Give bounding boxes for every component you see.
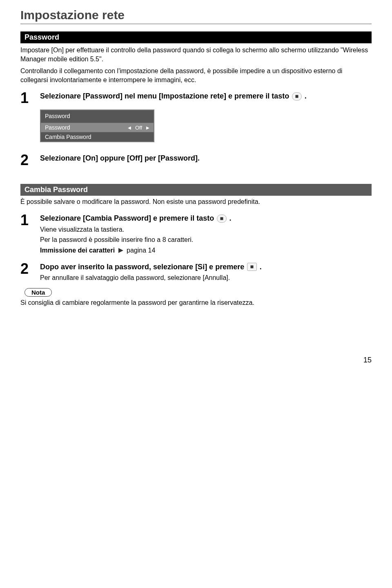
page-title: Impostazione rete [20, 8, 372, 24]
osd-row-cambia: Cambia Password [41, 132, 154, 141]
section-password-intro1: Impostare [On] per effettuare il control… [20, 46, 372, 63]
step-number: 1 [20, 213, 40, 228]
enter-button-icon [247, 263, 257, 271]
nota-badge: Nota [24, 288, 52, 297]
enter-button-icon [217, 215, 227, 223]
section-password-intro2: Controllando il collegamento con l'impos… [20, 67, 372, 84]
section2-step2: 2 Dopo aver inserito la password, selezi… [20, 262, 372, 282]
osd-row-password-label: Password [45, 124, 70, 131]
s2-step2-text: Dopo aver inserito la password, selezion… [40, 263, 246, 271]
s2-step1-sub1: Viene visualizzata la tastiera. [40, 225, 372, 234]
section1-step2: 2 Selezionare [On] oppure [Off] per [Pas… [20, 154, 372, 168]
osd-row-cambia-label: Cambia Password [45, 134, 91, 140]
section1-step1: 1 Selezionare [Password] nel menu [Impos… [20, 92, 372, 105]
osd-row-password-value: ◀ Off ▶ [128, 125, 149, 131]
osd-row-password: Password ◀ Off ▶ [41, 123, 154, 132]
step2-text: Selezionare [On] oppure [Off] per [Passw… [40, 154, 200, 162]
s2-step1-suffix: . [229, 214, 232, 222]
nota-text: Si consiglia di cambiare regolarmente la… [20, 298, 372, 307]
section2-step1: 1 Selezionare [Cambia Password] e premer… [20, 214, 372, 255]
left-arrow-icon: ◀ [128, 125, 131, 130]
s2-step2-suffix: . [260, 263, 262, 271]
step1-suffix: . [305, 92, 307, 100]
section-password-header: Password [20, 31, 372, 43]
s2-step1-sub3a: Immissione dei caratteri [40, 247, 115, 254]
right-arrow-icon: ▶ [146, 125, 149, 130]
section-cambia-header: Cambia Password [20, 184, 372, 196]
step1-text: Selezionare [Password] nel menu [Imposta… [40, 92, 291, 100]
s2-step1-sub3: Immissione dei caratteri pagina 14 [40, 246, 372, 255]
page-number: 15 [20, 356, 372, 364]
step-number: 2 [20, 153, 40, 168]
s2-step1-sub3b: pagina 14 [127, 247, 155, 254]
step-number: 2 [20, 262, 40, 276]
step-number: 1 [20, 91, 40, 105]
osd-password-value-text: Off [135, 125, 142, 131]
s2-step1-text: Selezionare [Cambia Password] e premere … [40, 214, 216, 222]
osd-title: Password [41, 110, 154, 123]
page-ref-arrow-icon [118, 248, 123, 253]
s2-step1-sub2: Per la password è possibile inserire fin… [40, 235, 372, 244]
enter-button-icon [292, 92, 302, 101]
section-cambia-intro: È possibile salvare o modificare la pass… [20, 197, 372, 206]
s2-step2-sub: Per annullare il salvataggio della passw… [40, 273, 372, 282]
osd-password-menu: Password Password ◀ Off ▶ Cambia Passwor… [40, 110, 154, 142]
